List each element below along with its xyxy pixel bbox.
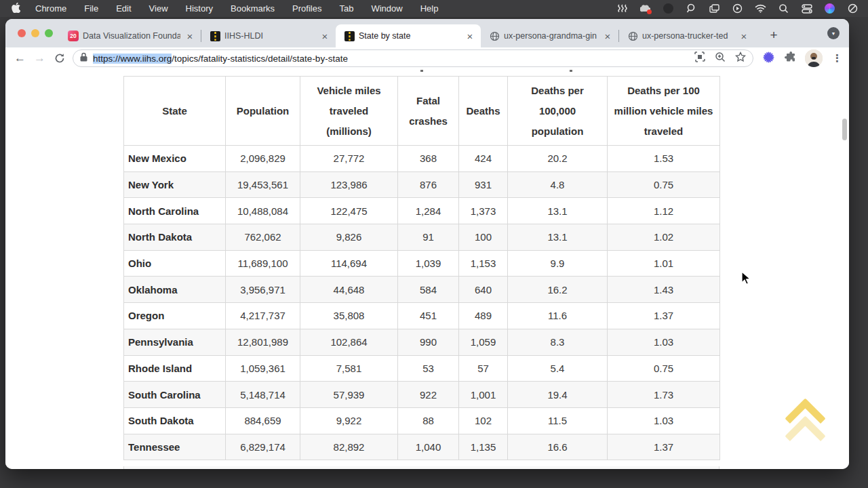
deaths-per-100k-cell: 13.1 [508,198,608,224]
menu-bar-item[interactable]: Edit [116,3,131,14]
clipped-text-remnant [570,70,572,72]
deaths-per-100m-vmt-cell: 1.37 [608,434,720,460]
table-row: Ohio 11,689,100 114,694 1,039 1,153 9.9 … [124,250,720,277]
close-tab-icon[interactable]: × [602,30,613,42]
tab-ux-persona-trucker[interactable]: ux-persona-trucker-ted × [619,24,755,47]
forward-button[interactable]: → [32,49,47,67]
menu-bar-item[interactable]: View [149,3,168,14]
record-red-dot-icon[interactable] [639,3,651,14]
fatal-crashes-cell: 876 [398,171,459,198]
close-tab-icon[interactable]: × [184,30,195,42]
minimize-window-button[interactable] [31,29,39,37]
play-circle-icon[interactable] [732,3,743,14]
deaths-per-100m-vmt-cell: 1.43 [608,277,720,303]
menu-bar-item[interactable]: Bookmarks [231,3,275,14]
deaths-per-100m-vmt-cell: 1.03 [608,329,720,355]
vertical-scrollbar-thumb[interactable] [842,119,847,140]
share-hub-icon[interactable] [694,52,705,65]
browser-toolbar: ← → https://www.iihs.org/topics/fatality… [5,47,849,69]
close-tab-icon[interactable]: × [465,30,475,42]
deaths-cell: 1,001 [459,382,508,408]
vmt-cell: 114,694 [300,250,398,277]
reload-button[interactable] [52,49,67,67]
column-header: Fatal crashes [398,77,459,146]
state-cell: North Dakota [124,224,226,251]
tab-search-button[interactable]: ▼ [827,27,840,39]
deaths-per-100k-cell: 11.5 [508,407,608,434]
deaths-per-100k-cell: 4.8 [508,171,608,198]
road-favicon [210,30,220,41]
population-cell: 3,956,971 [226,277,300,303]
vmt-cell: 9,922 [300,407,398,434]
column-header: Vehicle miles traveled (millions) [300,77,398,146]
deaths-cell: 424 [459,146,508,172]
menu-bar-item[interactable]: Window [371,3,402,14]
do-not-disturb-icon[interactable] [847,3,859,14]
state-cell: South Dakota [124,407,226,434]
deaths-per-100k-cell: 9.9 [508,250,608,277]
menu-bar-item[interactable]: Tab [339,3,353,14]
vmt-cell: 44,648 [300,277,398,303]
deaths-per-100m-vmt-cell: 1.73 [608,382,720,408]
waves-icon[interactable] [616,3,628,14]
lock-icon[interactable] [80,52,87,64]
starburst-extension-icon[interactable] [763,52,774,66]
globe-favicon [627,30,638,41]
address-bar[interactable]: https://www.iihs.org/topics/fatality-sta… [73,49,753,67]
back-button[interactable]: ← [12,49,28,67]
dv-20-favicon: 20 [68,30,79,41]
population-cell: 10,488,084 [226,198,300,224]
dimmed-app-icon[interactable] [663,3,674,14]
zoom-window-button[interactable] [45,29,53,37]
menu-bar-item[interactable]: Profiles [292,3,321,14]
deaths-cell: 640 [459,277,508,303]
deaths-per-100k-cell: 20.2 [508,146,608,172]
population-cell: 2,096,829 [226,146,300,172]
population-cell: 12,801,989 [226,329,300,355]
tab-state-by-state[interactable]: State by state × [336,24,481,47]
vmt-cell: 82,892 [300,434,398,460]
extensions-puzzle-icon[interactable] [784,52,795,66]
spotlight-search-icon[interactable] [778,3,789,14]
control-center-icon[interactable] [801,3,812,14]
deaths-per-100k-cell: 19.4 [508,382,608,408]
table-row: Rhode Island 1,059,361 7,581 53 57 5.4 0… [124,355,720,382]
vmt-cell: 122,475 [300,198,398,224]
apple-menu-icon[interactable] [5,3,26,15]
column-header: Deaths per 100,000 population [508,77,608,146]
tab-ux-persona-grandma[interactable]: ux-persona-grandma-gin × [481,24,618,47]
deaths-cell: 57 [459,355,508,382]
mouse-cursor [741,271,751,289]
colorful-app-icon[interactable] [824,3,835,14]
state-cell: North Carolina [124,198,226,224]
deaths-cell: 100 [459,224,508,251]
tab-iihs-hldi[interactable]: IIHS-HLDI × [201,24,336,47]
browser-menu-kebab-icon[interactable]: ⋮ [832,52,842,64]
deaths-per-100m-vmt-cell: 1.37 [608,303,720,329]
menu-bar-item[interactable]: History [186,3,213,14]
new-tab-button[interactable]: + [764,26,783,45]
close-window-button[interactable] [18,29,26,37]
scroll-to-top-button[interactable] [780,396,831,450]
tab-data-visualization[interactable]: 20 Data Visualization Founda × [60,24,201,47]
menu-bar-item[interactable]: Help [420,3,439,14]
deaths-cell: 1,153 [459,250,508,277]
loupe-icon[interactable] [686,3,697,14]
close-tab-icon[interactable]: × [738,30,749,42]
state-cell: Ohio [124,250,226,277]
menu-bar-item[interactable]: File [84,3,98,14]
wifi-icon[interactable] [755,3,766,14]
zoom-in-icon[interactable] [715,52,726,65]
tab-label: IIHS-HLDI [224,31,315,41]
profile-avatar[interactable] [805,49,823,67]
url-text[interactable]: https://www.iihs.org/topics/fatality-sta… [93,54,694,64]
deaths-per-100m-vmt-cell: 0.75 [608,355,720,382]
state-cell: New York [124,171,226,198]
fatal-crashes-cell: 1,284 [398,198,459,224]
bookmark-star-icon[interactable] [735,52,746,65]
menu-bar-item[interactable]: Chrome [35,3,66,14]
population-cell: 1,059,361 [226,355,300,382]
deaths-per-100k-cell: 13.1 [508,224,608,251]
stacked-windows-icon[interactable] [709,3,720,14]
close-tab-icon[interactable]: × [319,30,330,42]
